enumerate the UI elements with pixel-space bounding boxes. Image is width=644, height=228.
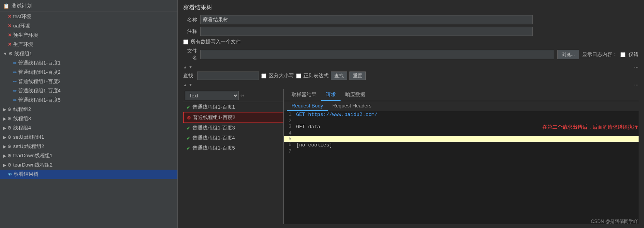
x-icon: ✕ <box>8 42 12 47</box>
x-icon: ✕ <box>8 32 12 38</box>
line-num-3: 3 <box>284 124 295 129</box>
divider-row-1: ▲ ▼ ··· <box>183 64 639 70</box>
sidebar-item-label: 线程组3 <box>13 115 31 122</box>
comment-label: 注释 <box>183 28 197 35</box>
line-content-6: [no cookies] <box>295 142 334 148</box>
sidebar-item-group1[interactable]: ▼⚙线程组1 <box>0 49 177 58</box>
filename-input[interactable] <box>200 50 554 59</box>
find-button[interactable]: 查找 <box>331 71 347 80</box>
gear-icon: ⚙ <box>9 51 13 56</box>
sidebar-item-group4[interactable]: ▶⚙线程组4 <box>0 123 177 133</box>
eye-icon: 👁 <box>8 172 12 177</box>
name-input[interactable] <box>200 15 533 24</box>
result-item-r2[interactable]: ⊗普通线程组1-百度2 <box>183 112 283 123</box>
chevron-icon: ▶ <box>3 153 6 158</box>
sidebar-item-g1-t1[interactable]: ✏普通线程组1-百度1 <box>0 58 177 68</box>
sidebar-item-label: test环境 <box>13 13 31 20</box>
gear-icon: ⚙ <box>7 134 12 140</box>
sort-down-icon[interactable]: ▼ <box>189 65 193 69</box>
only-errors-checkbox[interactable] <box>620 52 625 57</box>
name-label: 名称 <box>183 16 197 23</box>
tree-container[interactable]: ✕test环境✕uat环境✕预生产环境✕生产环境▼⚙线程组1✏普通线程组1-百度… <box>0 12 177 228</box>
display-format-select[interactable]: TextXMLJSONHTMLRegexp Tester <box>185 91 239 100</box>
tab-sampler[interactable]: 取样器结果 <box>287 89 321 101</box>
chevron-icon: ▶ <box>3 135 6 140</box>
sidebar-item-prod-env[interactable]: ✕生产环境 <box>0 40 177 49</box>
sidebar-item-label: 普通线程组1-百度5 <box>18 97 61 104</box>
right-panel: 取样器结果请求响应数据 Request BodyRequest Headers … <box>284 89 639 224</box>
line-content-1: GET https://www.baidu2.com/ <box>295 111 379 118</box>
result-item-label: 普通线程组1-百度5 <box>193 145 235 151</box>
sidebar-item-label: 普通线程组1-百度3 <box>18 78 61 85</box>
sidebar-item-teardown1[interactable]: ▶⚙tearDown线程组1 <box>0 151 177 160</box>
sidebar-item-group2[interactable]: ▶⚙线程组2 <box>0 105 177 114</box>
sidebar-item-label: setUp线程组1 <box>13 134 44 141</box>
x-icon: ✕ <box>8 23 12 29</box>
tab-request[interactable]: 请求 <box>321 89 341 101</box>
plan-icon: 📋 <box>3 3 9 9</box>
sidebar-item-g1-t2[interactable]: ✏普通线程组1-百度2 <box>0 68 177 77</box>
comment-input[interactable] <box>200 27 533 36</box>
case-sensitive-checkbox[interactable] <box>261 73 266 78</box>
line-content-2 <box>295 118 298 119</box>
section-title: 察看结果树 <box>183 4 639 11</box>
sidebar-item-setup2[interactable]: ▶⚙setUp线程组2 <box>0 142 177 151</box>
sub-tab-request-headers[interactable]: Request Headers <box>328 101 376 111</box>
result-tree-panel: TextXMLJSONHTMLRegexp Tester ⇔ ✔普通线程组1-百… <box>183 89 284 224</box>
sidebar-item-g1-t3[interactable]: ✏普通线程组1-百度3 <box>0 77 177 86</box>
regex-checkbox[interactable] <box>296 73 301 78</box>
success-icon: ✔ <box>186 125 191 131</box>
sidebar: 📋 测试计划 ✕test环境✕uat环境✕预生产环境✕生产环境▼⚙线程组1✏普通… <box>0 0 178 228</box>
sidebar-item-result-tree[interactable]: 👁察看结果树 <box>0 170 177 179</box>
sub-tab-request-body[interactable]: Request Body <box>287 101 328 111</box>
search-input[interactable] <box>197 71 259 80</box>
sidebar-item-group3[interactable]: ▶⚙线程组3 <box>0 114 177 123</box>
gear-icon: ⚙ <box>7 107 12 112</box>
result-item-r4[interactable]: ✔普通线程组1-百度4 <box>183 133 283 143</box>
main-content: 察看结果树 名称 注释 所有数据写入一个文件 文件名 浏览... 显示日志内容：… <box>178 0 644 228</box>
sidebar-item-label: 线程组2 <box>13 106 31 113</box>
result-item-label: 普通线程组1-百度4 <box>193 134 235 141</box>
sidebar-item-pre-env[interactable]: ✕预生产环境 <box>0 31 177 40</box>
sub-tabs-row: Request BodyRequest Headers <box>284 101 639 111</box>
code-line-6: 6[no cookies] <box>284 142 639 148</box>
line-num-2: 2 <box>284 118 295 124</box>
expand-icon: ⇔ <box>240 93 244 98</box>
result-item-label: 普通线程组1-百度1 <box>193 104 235 111</box>
dropdown-row: TextXMLJSONHTMLRegexp Tester ⇔ <box>183 89 283 102</box>
sidebar-item-label: 生产环境 <box>13 41 33 48</box>
pen-icon: ✏ <box>13 70 17 75</box>
sidebar-item-label: 线程组1 <box>14 50 32 57</box>
chevron-icon: ▶ <box>3 107 6 112</box>
sidebar-item-g1-t4[interactable]: ✏普通线程组1-百度4 <box>0 86 177 95</box>
code-line-7: 7 <box>284 148 639 154</box>
tab-response[interactable]: 响应数据 <box>341 89 370 101</box>
sort-up-icon[interactable]: ▲ <box>183 65 187 69</box>
browse-button[interactable]: 浏览... <box>557 50 579 59</box>
only-errors-label: 仅错 <box>629 51 639 58</box>
gear-icon: ⚙ <box>7 116 12 121</box>
more-options-2[interactable]: ··· <box>634 82 639 88</box>
sort-down-icon-2[interactable]: ▼ <box>189 83 193 87</box>
reset-button[interactable]: 重置 <box>349 71 366 80</box>
sidebar-header: 📋 测试计划 <box>0 0 177 12</box>
sort-up-icon-2[interactable]: ▲ <box>183 83 187 87</box>
write-to-file-checkbox[interactable] <box>183 39 188 44</box>
sidebar-item-test-env[interactable]: ✕test环境 <box>0 12 177 21</box>
sidebar-item-teardown2[interactable]: ▶⚙tearDown线程组2 <box>0 160 177 170</box>
sidebar-title: 测试计划 <box>12 2 32 9</box>
more-options-1[interactable]: ··· <box>634 64 639 70</box>
result-item-r5[interactable]: ✔普通线程组1-百度5 <box>183 143 283 153</box>
pen-icon: ✏ <box>13 79 17 84</box>
sidebar-item-label: 普通线程组1-百度4 <box>18 87 61 94</box>
sidebar-item-setup1[interactable]: ▶⚙setUp线程组1 <box>0 133 177 142</box>
sidebar-item-label: 普通线程组1-百度1 <box>18 60 61 66</box>
write-to-file-row: 所有数据写入一个文件 <box>183 38 639 45</box>
success-icon: ✔ <box>186 135 191 141</box>
sidebar-item-uat-env[interactable]: ✕uat环境 <box>0 21 177 31</box>
sidebar-item-g1-t5[interactable]: ✏普通线程组1-百度5 <box>0 95 177 105</box>
result-item-r1[interactable]: ✔普通线程组1-百度1 <box>183 102 283 112</box>
result-item-r3[interactable]: ✔普通线程组1-百度3 <box>183 123 283 133</box>
result-tree-items: ✔普通线程组1-百度1⊗普通线程组1-百度2✔普通线程组1-百度3✔普通线程组1… <box>183 102 283 224</box>
line-num-7: 7 <box>284 148 295 154</box>
